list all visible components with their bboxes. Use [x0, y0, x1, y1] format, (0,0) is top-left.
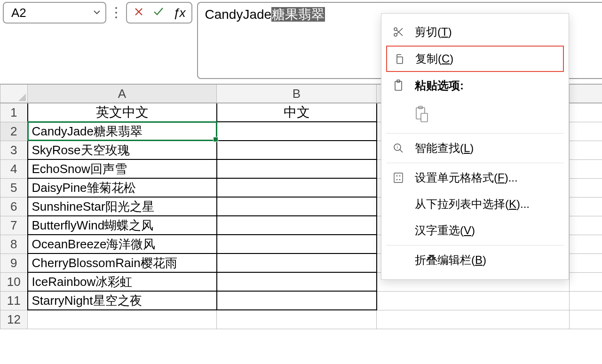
name-box[interactable]: A2	[3, 2, 106, 24]
cancel-edit-button[interactable]	[134, 6, 144, 20]
cell[interactable]	[570, 291, 602, 310]
svg-point-15	[399, 175, 401, 177]
insert-function-button[interactable]: ƒx	[173, 6, 185, 20]
svg-rect-13	[394, 173, 403, 182]
menu-reconvert[interactable]: 汉字重选(V)	[386, 218, 564, 243]
cell[interactable]	[570, 159, 602, 178]
cell[interactable]: SunshineStar阳光之星	[28, 197, 217, 216]
cell[interactable]: SkyRose天空玫瑰	[28, 141, 217, 159]
svg-point-0	[115, 7, 117, 9]
row-header[interactable]: 6	[0, 197, 28, 216]
row-header[interactable]: 9	[0, 253, 28, 272]
menu-format-cells[interactable]: 设置单元格格式(F)...	[386, 165, 564, 190]
row-header[interactable]: 11	[0, 291, 28, 310]
cell[interactable]	[217, 253, 377, 272]
cell[interactable]	[570, 216, 602, 235]
cell[interactable]: StarryNight星空之夜	[28, 291, 217, 310]
cell[interactable]: IceRainbow冰彩虹	[28, 272, 217, 291]
cell[interactable]	[570, 141, 602, 159]
clipboard-icon	[390, 79, 406, 92]
svg-point-17	[399, 179, 401, 181]
cell[interactable]	[217, 141, 377, 159]
cell[interactable]: CandyJade糖果翡翠	[28, 122, 217, 141]
column-header-b[interactable]: B	[217, 84, 377, 103]
cell[interactable]: DaisyPine雏菊花松	[28, 178, 217, 197]
cell[interactable]	[217, 291, 377, 310]
menu-reconvert-label: 汉字重选(V)	[415, 223, 475, 238]
menu-separator	[386, 133, 564, 134]
menu-format-cells-label: 设置单元格格式(F)...	[415, 170, 518, 185]
cell[interactable]	[570, 235, 602, 253]
scissors-icon	[390, 26, 406, 38]
row-header[interactable]: 12	[0, 310, 28, 329]
formula-text-selected: 糖果翡翠	[271, 7, 325, 22]
cell[interactable]	[570, 197, 602, 216]
cell[interactable]	[217, 159, 377, 178]
menu-paste-options: 粘贴选项:	[386, 73, 564, 98]
svg-point-1	[115, 12, 117, 14]
paste-default-button[interactable]	[412, 102, 432, 127]
cell[interactable]	[570, 178, 602, 197]
menu-separator	[386, 163, 564, 163]
cell[interactable]: 中文	[217, 103, 377, 122]
context-menu: 剪切(T) 复制(C) 粘贴选项:	[381, 13, 569, 280]
column-header-d[interactable]	[570, 84, 602, 103]
menu-pick-from-list[interactable]: 从下拉列表中选择(K)...	[386, 191, 564, 217]
row-header[interactable]: 4	[0, 159, 28, 178]
cell[interactable]	[570, 272, 602, 291]
menu-collapse-formula-bar[interactable]: 折叠编辑栏(B)	[386, 247, 564, 273]
cell[interactable]	[377, 310, 570, 329]
svg-rect-6	[395, 81, 402, 90]
svg-point-16	[396, 179, 398, 181]
row-header[interactable]: 1	[0, 103, 28, 122]
cell[interactable]: CherryBlossomRain樱花雨	[28, 253, 217, 272]
menu-smart-lookup[interactable]: i 智能查找(L)	[386, 135, 564, 161]
cell[interactable]	[570, 253, 602, 272]
formula-text-plain: CandyJade	[205, 7, 271, 22]
format-cells-icon	[390, 172, 406, 183]
cell[interactable]	[217, 178, 377, 197]
cell[interactable]	[217, 272, 377, 291]
cell[interactable]	[570, 122, 602, 141]
cell[interactable]	[217, 216, 377, 235]
svg-rect-10	[421, 113, 428, 122]
svg-point-2	[115, 16, 117, 18]
search-icon: i	[390, 142, 406, 154]
svg-rect-5	[397, 57, 403, 63]
row-header[interactable]: 3	[0, 141, 28, 159]
cell[interactable]: OceanBreeze海洋微风	[28, 235, 217, 253]
cell[interactable]: 英文中文	[28, 103, 217, 122]
menu-pick-from-list-label: 从下拉列表中选择(K)...	[415, 197, 530, 212]
row-header[interactable]: 8	[0, 235, 28, 253]
menu-collapse-formula-bar-label: 折叠编辑栏(B)	[415, 253, 486, 268]
select-all-corner[interactable]	[0, 84, 28, 103]
cell[interactable]	[217, 310, 377, 329]
chevron-down-icon[interactable]	[92, 6, 102, 20]
row-header[interactable]: 10	[0, 272, 28, 291]
svg-text:i: i	[397, 145, 398, 150]
menu-smart-lookup-label: 智能查找(L)	[415, 141, 474, 156]
svg-point-4	[394, 28, 397, 31]
svg-point-14	[396, 175, 398, 177]
copy-icon	[391, 53, 407, 64]
cell[interactable]	[217, 122, 377, 141]
name-box-value: A2	[11, 6, 92, 20]
row-header[interactable]: 7	[0, 216, 28, 235]
menu-copy[interactable]: 复制(C)	[386, 46, 564, 72]
cell[interactable]	[377, 291, 570, 310]
cell[interactable]: EchoSnow回声雪	[28, 159, 217, 178]
menu-cut[interactable]: 剪切(T)	[386, 19, 564, 45]
cell[interactable]	[217, 235, 377, 253]
cell[interactable]	[28, 310, 217, 329]
resize-handle-icon[interactable]	[111, 2, 121, 24]
row-header[interactable]: 5	[0, 178, 28, 197]
confirm-edit-button[interactable]	[152, 5, 165, 21]
row-header[interactable]: 2	[0, 122, 28, 141]
menu-separator	[386, 245, 564, 245]
cell[interactable]	[570, 310, 602, 329]
column-header-a[interactable]: A	[28, 84, 217, 103]
cell[interactable]	[570, 103, 602, 122]
menu-copy-label: 复制(C)	[415, 51, 453, 66]
cell[interactable]: ButterflyWind蝴蝶之风	[28, 216, 217, 235]
cell[interactable]	[217, 197, 377, 216]
